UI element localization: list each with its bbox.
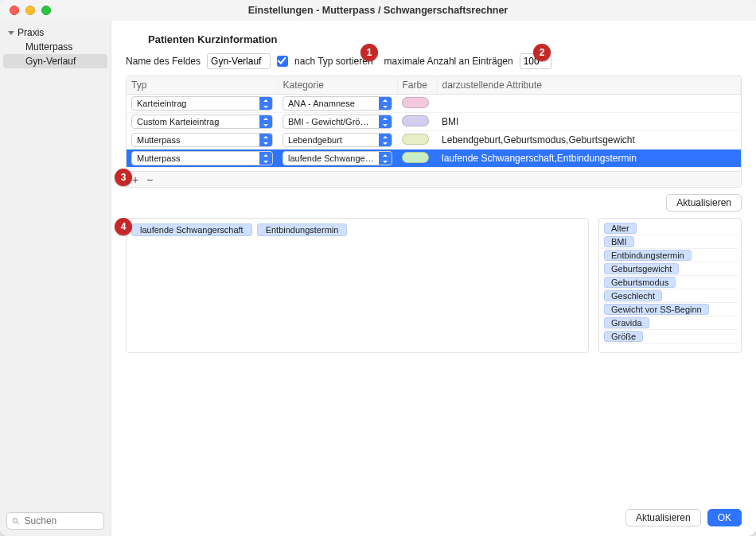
field-name-label: Name des Feldes <box>126 56 201 67</box>
svg-line-1 <box>17 522 18 523</box>
kategorie-select[interactable]: BMI - Gewicht/Größe/... <box>283 115 392 129</box>
callout-1: 1 <box>360 44 378 61</box>
col-attribute[interactable]: darzustellende Attribute <box>437 76 741 95</box>
sidebar-item-label: Mutterpass <box>25 41 72 52</box>
available-attributes-pane[interactable]: AlterBMIEntbindungsterminGeburtsgewichtG… <box>598 218 742 353</box>
available-attribute-row[interactable]: BMI <box>602 235 738 249</box>
sidebar-root-praxis[interactable]: Praxis <box>0 25 111 40</box>
sort-by-type-checkbox[interactable] <box>277 56 288 67</box>
main-content: Patienten Kurzinformation Name des Felde… <box>111 21 756 536</box>
max-entries-label: maximale Anzahl an Einträgen <box>384 56 513 67</box>
callout-4: 4 <box>115 218 132 235</box>
table-row[interactable]: MutterpassLebendgeburtLebendgeburt,Gebur… <box>127 131 741 150</box>
close-window-icon[interactable] <box>10 6 19 15</box>
col-typ[interactable]: Typ <box>127 76 278 95</box>
available-attribute-row[interactable]: Geburtsmodus <box>602 276 738 289</box>
kategorie-select[interactable]: laufende Schwangers... <box>283 151 392 165</box>
available-attribute-row[interactable]: Geburtsgewicht <box>602 262 738 276</box>
attribute-tag: Gewicht vor SS-Beginn <box>604 304 709 315</box>
attr-cell: laufende Schwangerschaft,Entbindungsterm… <box>437 150 741 168</box>
col-kategorie[interactable]: Kategorie <box>278 76 397 95</box>
sidebar-root-label: Praxis <box>18 27 44 38</box>
attr-cell <box>437 95 741 113</box>
available-attribute-row[interactable]: Alter <box>602 222 738 235</box>
sidebar: Praxis Mutterpass Gyn-Verlauf <box>0 21 111 536</box>
table-row[interactable]: KarteieintragANA - Anamnese <box>127 95 741 113</box>
attr-cell: Lebendgeburt,Geburtsmodus,Geburtsgewicht <box>437 131 741 150</box>
search-input[interactable] <box>23 515 99 527</box>
refresh-button[interactable]: Aktualisieren <box>625 509 701 526</box>
attribute-tag: Geburtsgewicht <box>604 263 679 274</box>
titlebar: Einstellungen - Mutterpass / Schwangersc… <box>0 0 756 21</box>
sort-by-type-label: nach Typ sortieren <box>294 56 373 67</box>
available-attribute-row[interactable]: Gewicht vor SS-Beginn <box>602 303 738 317</box>
selected-attribute-token[interactable]: laufende Schwangerschaft <box>131 223 252 236</box>
field-name-input[interactable] <box>207 53 271 69</box>
color-swatch[interactable] <box>402 134 429 145</box>
attribute-tag: Größe <box>604 331 643 342</box>
sidebar-item-mutterpass[interactable]: Mutterpass <box>3 40 107 54</box>
attribute-tag: Gravida <box>604 317 649 328</box>
attribute-tag: Geburtsmodus <box>604 277 676 288</box>
attribute-tag: BMI <box>604 236 634 247</box>
selected-attribute-token[interactable]: Entbindungstermin <box>257 223 348 236</box>
field-row: Name des Feldes nach Typ sortieren maxim… <box>126 53 742 69</box>
callout-2: 2 <box>533 44 551 61</box>
svg-point-0 <box>13 518 17 522</box>
sidebar-item-gyn-verlauf[interactable]: Gyn-Verlauf <box>3 54 107 68</box>
typ-select[interactable]: Karteieintrag <box>131 96 273 111</box>
chevron-down-icon <box>8 31 14 35</box>
settings-window: Einstellungen - Mutterpass / Schwangersc… <box>0 0 756 536</box>
attribute-tag: Alter <box>604 223 637 234</box>
callout-3: 3 <box>115 169 132 186</box>
sidebar-tree: Praxis Mutterpass Gyn-Verlauf <box>0 21 111 506</box>
attributes-table: Typ Kategorie Farbe darzustellende Attri… <box>126 76 742 188</box>
color-swatch[interactable] <box>402 97 429 108</box>
remove-row-button[interactable]: − <box>142 173 157 186</box>
attribute-tag: Entbindungstermin <box>604 250 692 261</box>
typ-select[interactable]: Mutterpass <box>131 133 273 147</box>
window-controls <box>0 6 51 15</box>
sidebar-item-label: Gyn-Verlauf <box>25 56 76 67</box>
available-attribute-row[interactable]: Entbindungstermin <box>602 249 738 262</box>
available-attribute-row[interactable]: Gravida <box>602 317 738 330</box>
dialog-button-bar: Aktualisieren OK <box>126 495 742 526</box>
table-row[interactable]: Custom KarteieintragBMI - Gewicht/Größe/… <box>127 113 741 131</box>
available-attribute-row[interactable]: Geschlecht <box>602 289 738 303</box>
selected-attributes-pane[interactable]: laufende SchwangerschaftEntbindungstermi… <box>126 218 589 353</box>
zoom-window-icon[interactable] <box>41 6 51 15</box>
available-attribute-row[interactable]: Größe <box>602 330 738 344</box>
section-title: Patienten Kurzinformation <box>148 33 742 45</box>
window-title: Einstellungen - Mutterpass / Schwangersc… <box>0 5 756 16</box>
col-farbe[interactable]: Farbe <box>397 76 437 95</box>
search-icon <box>12 517 20 526</box>
minimize-window-icon[interactable] <box>25 6 35 15</box>
color-swatch[interactable] <box>402 152 429 163</box>
attribute-tag: Geschlecht <box>604 290 662 301</box>
attribute-panes: laufende SchwangerschaftEntbindungstermi… <box>126 218 742 353</box>
typ-select[interactable]: Mutterpass <box>131 151 273 165</box>
attr-cell: BMI <box>437 113 741 131</box>
sidebar-search[interactable] <box>6 512 104 530</box>
kategorie-select[interactable]: Lebendgeburt <box>283 133 392 147</box>
table-row[interactable]: Mutterpasslaufende Schwangers...laufende… <box>127 150 741 168</box>
typ-select[interactable]: Custom Karteieintrag <box>131 115 273 129</box>
color-swatch[interactable] <box>402 115 429 126</box>
refresh-table-button[interactable]: Aktualisieren <box>666 194 742 212</box>
ok-button[interactable]: OK <box>707 509 742 526</box>
kategorie-select[interactable]: ANA - Anamnese <box>283 96 392 111</box>
